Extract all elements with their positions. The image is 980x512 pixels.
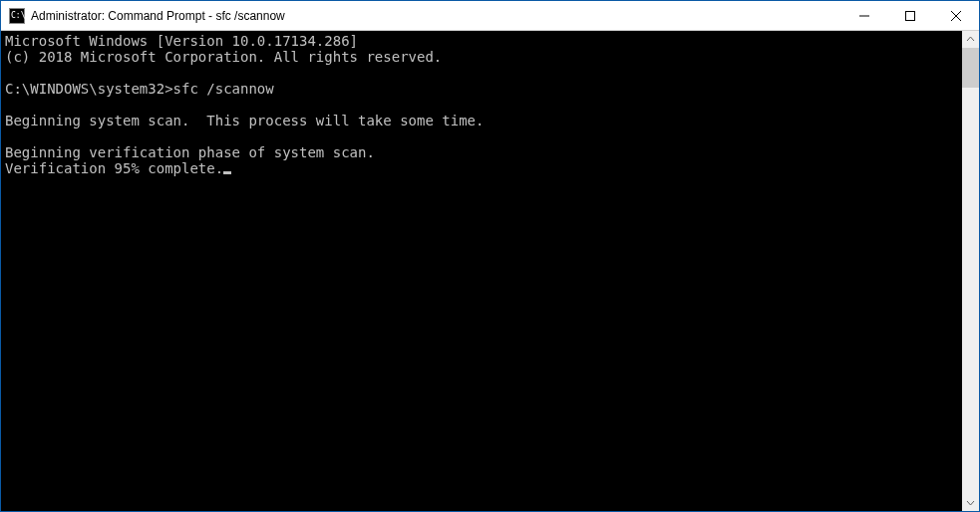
cmd-icon: C:\ xyxy=(9,8,25,24)
maximize-button[interactable] xyxy=(887,1,933,30)
close-button[interactable] xyxy=(933,1,979,30)
terminal-line xyxy=(5,128,962,144)
scroll-up-button[interactable] xyxy=(962,31,979,48)
terminal-line xyxy=(5,65,962,81)
scroll-down-button[interactable] xyxy=(962,494,979,511)
scroll-thumb[interactable] xyxy=(962,48,979,88)
terminal-line: Microsoft Windows [Version 10.0.17134.28… xyxy=(5,33,962,49)
window-controls xyxy=(841,1,979,30)
scroll-track[interactable] xyxy=(962,48,979,494)
client-area: Microsoft Windows [Version 10.0.17134.28… xyxy=(1,31,979,511)
terminal-line: Verification 95% complete. xyxy=(5,160,962,176)
svg-rect-4 xyxy=(906,11,915,20)
terminal-line: (c) 2018 Microsoft Corporation. All righ… xyxy=(5,49,962,65)
terminal-line: C:\WINDOWS\system32>sfc /scannow xyxy=(5,81,962,97)
svg-text:C:\: C:\ xyxy=(11,11,25,20)
cursor xyxy=(223,171,231,174)
window-title: Administrator: Command Prompt - sfc /sca… xyxy=(31,9,841,23)
minimize-button[interactable] xyxy=(841,1,887,30)
vertical-scrollbar[interactable] xyxy=(962,31,979,511)
terminal-line xyxy=(5,97,962,113)
terminal-output[interactable]: Microsoft Windows [Version 10.0.17134.28… xyxy=(1,31,962,511)
title-bar[interactable]: C:\ Administrator: Command Prompt - sfc … xyxy=(1,1,979,31)
terminal-line: Beginning system scan. This process will… xyxy=(5,113,962,128)
terminal-line: Beginning verification phase of system s… xyxy=(5,144,962,160)
